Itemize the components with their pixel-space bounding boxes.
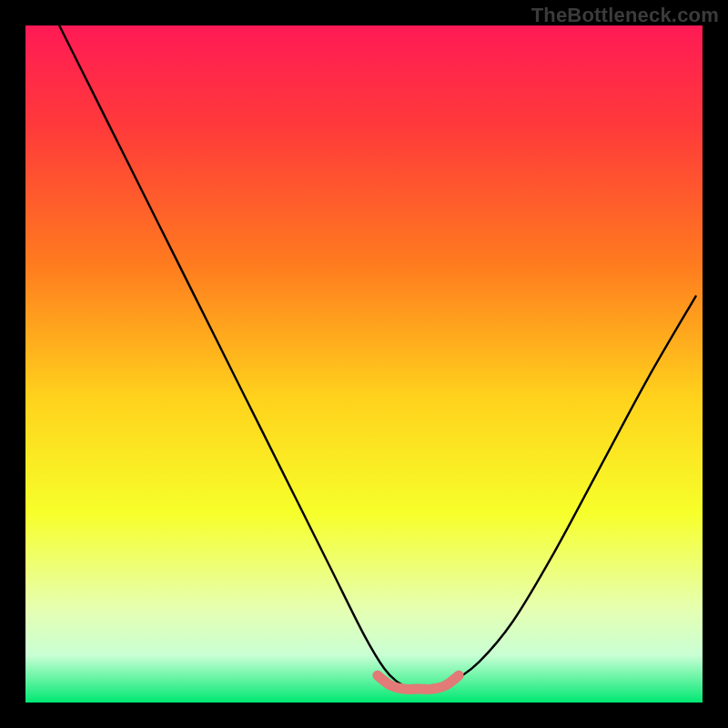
bottleneck-chart: [0, 0, 728, 728]
chart-stage: TheBottleneck.com: [0, 0, 728, 728]
plot-background: [25, 25, 703, 703]
watermark-text: TheBottleneck.com: [531, 4, 719, 27]
